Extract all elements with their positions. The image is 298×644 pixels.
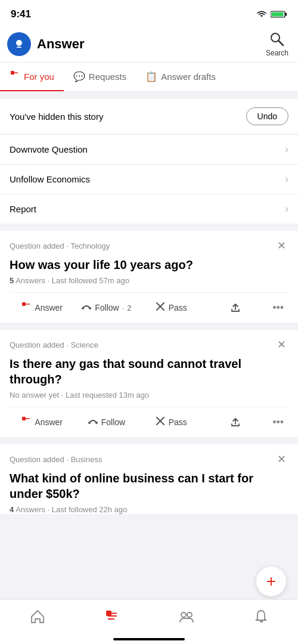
svg-point-24	[181, 612, 186, 617]
last-activity-3: Last followed 22h ago	[52, 505, 127, 514]
card-actions-2: Answer Follow Pass •••	[10, 407, 288, 437]
chevron-right-icon: ›	[285, 143, 288, 156]
svg-point-25	[187, 612, 192, 617]
downvote-label: Downvote Question	[10, 144, 88, 154]
answer-icon-1	[21, 301, 32, 314]
question-title-2[interactable]: Is there any gas that sound cannot trave…	[10, 356, 288, 387]
follow-btn-2[interactable]: Follow	[74, 411, 138, 434]
answer-drafts-icon: 📋	[145, 71, 157, 82]
more-btn-2[interactable]: •••	[268, 411, 288, 434]
menu-item-report[interactable]: Report ›	[0, 194, 298, 224]
undo-button[interactable]: Undo	[246, 107, 288, 125]
share-icon-2	[230, 417, 241, 428]
pass-btn-2[interactable]: Pass	[139, 411, 203, 434]
fab-icon: +	[266, 572, 276, 591]
svg-rect-2	[272, 13, 284, 17]
svg-point-11	[89, 307, 91, 309]
app-logo	[7, 32, 31, 56]
share-btn-2[interactable]	[203, 412, 268, 432]
tab-for-you-label: For you	[24, 72, 54, 82]
pass-label-2: Pass	[169, 417, 187, 427]
follow-badge-1: ·	[122, 304, 125, 312]
answers-label-1: Answers ·	[15, 276, 52, 285]
card-meta-2: Question added · Science ✕	[10, 338, 288, 351]
question-title-1[interactable]: How was your life 10 years ago?	[10, 257, 288, 273]
last-activity-1: Last followed 57m ago	[52, 276, 129, 285]
svg-line-5	[278, 41, 283, 46]
more-btn-1[interactable]: •••	[268, 297, 288, 319]
status-icons	[256, 10, 287, 18]
follow-label-1: Follow	[95, 303, 119, 312]
question-card-1: Question added · Technology ✕ How was yo…	[0, 231, 298, 323]
card-meta-text-1: Question added · Technology	[10, 242, 110, 250]
question-card-3: Question added · Business ✕ What kind of…	[0, 444, 298, 514]
for-you-icon	[10, 70, 20, 83]
tab-answer-drafts[interactable]: 📋 Answer drafts	[136, 64, 225, 91]
pass-icon-1	[155, 301, 166, 314]
answer-label-2: Answer	[35, 417, 63, 427]
tab-requests[interactable]: 💬 Requests	[64, 64, 136, 91]
question-title-3[interactable]: What kind of online business can I start…	[10, 470, 288, 501]
close-card-1-button[interactable]: ✕	[275, 239, 288, 252]
header-left: Answer	[7, 32, 84, 56]
close-card-3-button[interactable]: ✕	[275, 453, 288, 466]
bottom-nav	[0, 599, 298, 644]
nav-notifications[interactable]	[243, 606, 279, 627]
follow-count-1: 2	[127, 304, 131, 312]
card-actions-1: Answer Follow · 2 Pass •••	[10, 292, 288, 323]
answer-btn-2[interactable]: Answer	[10, 411, 74, 434]
card-meta-text-3: Question added · Business	[10, 455, 102, 464]
app-title: Answer	[37, 36, 84, 52]
follow-label-2: Follow	[101, 417, 125, 427]
answer-stats-3: 4 Answers · Last followed 22h ago	[10, 505, 288, 514]
share-btn-1[interactable]	[203, 298, 268, 318]
card-meta-3: Question added · Business ✕	[10, 453, 288, 466]
fab-button[interactable]: +	[256, 566, 286, 596]
close-card-2-button[interactable]: ✕	[275, 338, 288, 351]
battery-icon	[271, 10, 287, 18]
svg-rect-1	[285, 13, 287, 16]
menu-list: Downvote Question › Unfollow Economics ›…	[0, 134, 298, 224]
hidden-story-banner: You've hidden this story Undo	[0, 99, 298, 134]
follow-icon-2	[88, 416, 98, 429]
chevron-right-icon: ›	[285, 203, 288, 215]
search-button[interactable]: Search	[266, 31, 288, 57]
requests-icon: 💬	[73, 71, 85, 82]
follow-btn-1[interactable]: Follow · 2	[74, 296, 138, 319]
nav-home[interactable]	[20, 606, 55, 627]
search-label: Search	[266, 49, 288, 57]
tab-requests-label: Requests	[89, 72, 126, 82]
menu-item-downvote[interactable]: Downvote Question ›	[0, 134, 298, 164]
svg-point-17	[95, 422, 98, 424]
question-card-2: Question added · Science ✕ Is there any …	[0, 330, 298, 437]
hidden-story-text: You've hidden this story	[10, 112, 103, 122]
wifi-icon	[256, 10, 267, 18]
tab-answer-drafts-label: Answer drafts	[161, 72, 216, 82]
search-icon	[269, 31, 285, 48]
nav-spaces[interactable]	[169, 606, 204, 627]
menu-item-unfollow[interactable]: Unfollow Economics ›	[0, 164, 298, 194]
nav-answer[interactable]	[94, 606, 130, 627]
card-meta-text-2: Question added · Science	[10, 340, 98, 349]
chevron-right-icon: ›	[285, 173, 288, 185]
home-indicator	[113, 638, 185, 640]
bell-icon	[253, 608, 269, 625]
follow-icon-1	[81, 301, 92, 314]
answer-stats-2: No answer yet · Last requested 13m ago	[10, 391, 288, 400]
pass-icon-2	[155, 416, 166, 429]
report-label: Report	[10, 204, 36, 214]
home-icon	[29, 608, 46, 625]
answers-count-3: 4	[10, 505, 14, 514]
pass-label-1: Pass	[169, 303, 187, 312]
status-time: 9:41	[11, 8, 31, 20]
pass-btn-1[interactable]: Pass	[139, 296, 203, 319]
tab-for-you[interactable]: For you	[0, 63, 64, 91]
answer-icon-2	[21, 416, 32, 429]
card-meta-1: Question added · Technology ✕	[10, 239, 288, 252]
no-answer-label: No answer yet	[10, 391, 59, 400]
answer-btn-1[interactable]: Answer	[10, 296, 74, 319]
answer-stats-1: 5 Answers · Last followed 57m ago	[10, 276, 288, 285]
app-header: Answer Search	[0, 26, 298, 63]
svg-point-3	[16, 40, 22, 46]
last-activity-2: · Last requested 13m ago	[61, 391, 149, 400]
